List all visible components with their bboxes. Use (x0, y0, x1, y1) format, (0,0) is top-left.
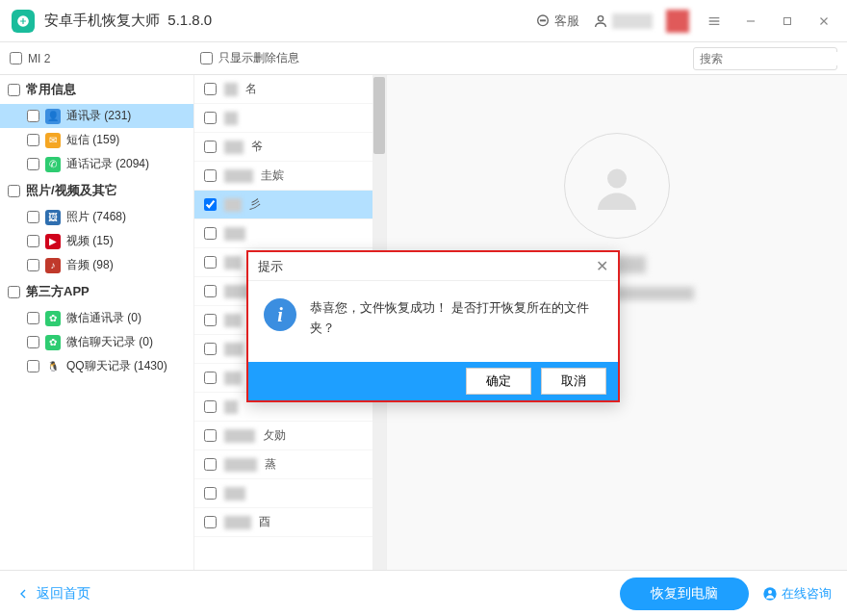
filter-deleted-checkbox[interactable] (200, 52, 213, 64)
row-checkbox[interactable] (204, 256, 217, 269)
close-button[interactable] (812, 10, 835, 33)
row-checkbox[interactable] (204, 372, 217, 384)
item-label: 视频 (15) (66, 233, 114, 249)
row-checkbox[interactable] (204, 516, 217, 528)
blurred-text (224, 227, 245, 241)
group-checkbox[interactable] (8, 84, 20, 96)
category-icon: ✆ (45, 157, 61, 172)
svg-point-2 (542, 19, 543, 20)
blurred-text (224, 516, 251, 529)
list-item[interactable] (194, 479, 386, 508)
blurred-text (224, 83, 238, 96)
sidebar-item[interactable]: ✉短信 (159) (0, 128, 193, 152)
sidebar-item[interactable]: ▶视频 (15) (0, 229, 193, 253)
app-name: 安卓手机恢复大师 (44, 12, 160, 28)
row-checkbox[interactable] (204, 227, 217, 240)
back-home-link[interactable]: 返回首页 (15, 585, 90, 603)
item-label: 微信聊天记录 (0) (66, 334, 153, 350)
item-label: 通话记录 (2094) (66, 156, 149, 172)
item-checkbox[interactable] (27, 336, 39, 348)
row-checkbox[interactable] (204, 458, 217, 471)
row-checkbox[interactable] (204, 429, 217, 442)
category-icon: ▶ (45, 234, 61, 249)
svg-point-3 (544, 19, 545, 20)
restore-to-pc-button[interactable]: 恢复到电脑 (620, 578, 749, 610)
dialog-title: 提示 (258, 258, 283, 275)
row-checkbox[interactable] (204, 400, 217, 413)
minimize-button[interactable] (739, 10, 762, 33)
dialog-ok-button[interactable]: 确定 (466, 368, 531, 395)
list-item[interactable] (194, 104, 386, 133)
dialog-footer: 确定 取消 (248, 362, 618, 400)
list-item[interactable]: 彡 (194, 191, 386, 219)
list-item[interactable]: 圭嫔 (194, 162, 386, 191)
list-item[interactable]: 爷 (194, 133, 386, 162)
app-title: 安卓手机恢复大师 5.1.8.0 (44, 12, 212, 30)
group-checkbox[interactable] (8, 185, 20, 197)
row-checkbox[interactable] (204, 314, 217, 326)
item-checkbox[interactable] (27, 110, 39, 122)
svg-point-4 (598, 15, 603, 20)
dialog-close-button[interactable]: ✕ (596, 257, 608, 275)
sidebar-item[interactable]: 👤通讯录 (231) (0, 104, 193, 128)
scroll-thumb[interactable] (373, 77, 385, 154)
contact-name-partial: 攵勋 (263, 427, 286, 444)
row-checkbox[interactable] (204, 198, 217, 211)
svg-point-7 (607, 169, 627, 189)
list-item[interactable]: 酉 (194, 508, 386, 537)
sidebar-group-header[interactable]: 常用信息 (0, 75, 193, 104)
item-checkbox[interactable] (27, 360, 39, 372)
service-label: 客服 (554, 13, 579, 30)
sidebar-group-header[interactable]: 第三方APP (0, 277, 193, 306)
item-checkbox[interactable] (27, 312, 39, 324)
sidebar-item[interactable]: 🖼照片 (7468) (0, 205, 193, 229)
sidebar-item[interactable]: 🐧QQ聊天记录 (1430) (0, 354, 193, 378)
row-checkbox[interactable] (204, 343, 217, 355)
list-item[interactable] (194, 219, 386, 248)
row-checkbox[interactable] (204, 169, 217, 182)
item-label: QQ聊天记录 (1430) (66, 358, 167, 374)
info-icon: i (264, 298, 296, 331)
arrow-left-icon (15, 586, 31, 602)
blurred-text (224, 487, 245, 500)
group-title: 常用信息 (26, 81, 76, 98)
search-input[interactable] (700, 52, 844, 65)
sidebar-group-header[interactable]: 照片/视频及其它 (0, 176, 193, 205)
menu-button[interactable] (703, 10, 726, 33)
search-box[interactable] (693, 47, 837, 70)
customer-service-button[interactable]: 客服 (535, 13, 579, 30)
device-checkbox[interactable] (10, 52, 22, 64)
group-checkbox[interactable] (8, 286, 20, 298)
list-item[interactable]: 攵勋 (194, 422, 386, 450)
dialog-cancel-button[interactable]: 取消 (541, 368, 606, 395)
app-version: 5.1.8.0 (167, 12, 212, 28)
sidebar-item[interactable]: ✿微信通讯录 (0) (0, 306, 193, 330)
row-checkbox[interactable] (204, 83, 217, 95)
item-label: 短信 (159) (66, 132, 119, 148)
filter-label: 只显示删除信息 (218, 50, 299, 66)
list-item[interactable]: 名 (194, 75, 386, 104)
maximize-button[interactable] (776, 10, 799, 33)
item-checkbox[interactable] (27, 158, 39, 170)
chat-icon (535, 13, 551, 29)
online-consult-link[interactable]: 在线咨询 (762, 585, 832, 603)
item-checkbox[interactable] (27, 259, 39, 271)
row-checkbox[interactable] (204, 285, 217, 297)
row-checkbox[interactable] (204, 112, 217, 124)
user-menu[interactable] (593, 13, 653, 29)
category-icon: ✿ (45, 311, 61, 326)
item-label: 通讯录 (231) (66, 108, 131, 124)
sidebar-item[interactable]: ♪音频 (98) (0, 253, 193, 277)
item-checkbox[interactable] (27, 134, 39, 146)
sidebar-item[interactable]: ✿微信聊天记录 (0) (0, 330, 193, 354)
sidebar-item[interactable]: ✆通话记录 (2094) (0, 152, 193, 176)
row-checkbox[interactable] (204, 487, 217, 500)
row-checkbox[interactable] (204, 141, 217, 153)
user-avatar[interactable] (666, 10, 689, 33)
blurred-text (224, 400, 238, 414)
list-item[interactable]: 蒸 (194, 450, 386, 479)
blurred-text (224, 112, 238, 125)
blurred-text (224, 343, 244, 356)
item-checkbox[interactable] (27, 211, 39, 223)
item-checkbox[interactable] (27, 235, 39, 247)
